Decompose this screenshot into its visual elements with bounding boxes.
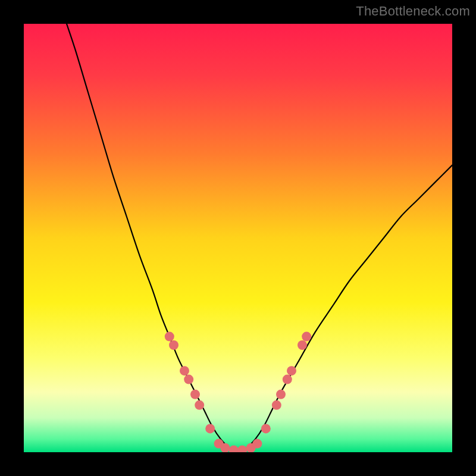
chart-stage: TheBottleneck.com <box>0 0 476 476</box>
plot-area <box>24 24 452 452</box>
background-gradient <box>24 24 452 452</box>
watermark-text: TheBottleneck.com <box>356 4 470 19</box>
svg-rect-0 <box>24 24 452 452</box>
